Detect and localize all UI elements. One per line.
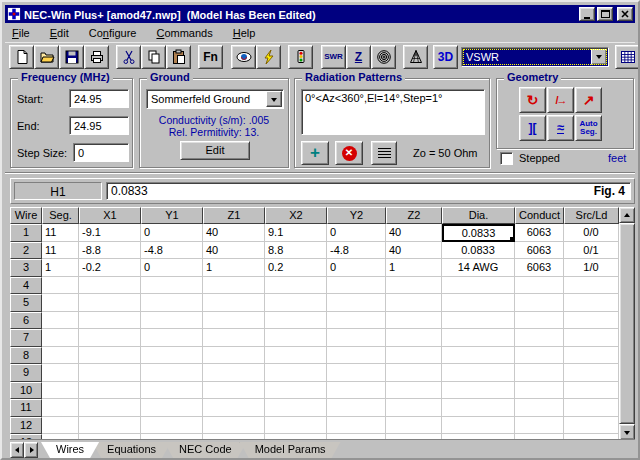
table-cell[interactable]: 8.8: [265, 242, 327, 260]
table-cell[interactable]: [42, 347, 79, 365]
table-cell[interactable]: -8.8: [79, 242, 141, 260]
table-cell[interactable]: [386, 277, 442, 295]
table-cell[interactable]: [327, 329, 386, 347]
threed-button[interactable]: 3D: [433, 45, 458, 69]
table-cell[interactable]: -0.2: [79, 259, 141, 277]
table-cell[interactable]: [515, 329, 564, 347]
table-cell[interactable]: [141, 277, 203, 295]
column-header-dia-[interactable]: Dia.: [442, 207, 515, 224]
close-button[interactable]: [617, 7, 633, 21]
table-cell[interactable]: 0/0: [564, 224, 619, 242]
table-cell[interactable]: [141, 399, 203, 417]
tab-model-params[interactable]: Model Params: [240, 442, 341, 458]
table-cell[interactable]: [79, 417, 141, 435]
table-cell[interactable]: [265, 294, 327, 312]
row-header[interactable]: 9: [10, 364, 42, 382]
table-cell[interactable]: [265, 277, 327, 295]
table-cell[interactable]: [79, 294, 141, 312]
table-cell[interactable]: [515, 277, 564, 295]
table-cell[interactable]: 1: [203, 259, 265, 277]
table-cell[interactable]: [442, 347, 515, 365]
impedance-button[interactable]: Z: [346, 45, 371, 69]
table-cell[interactable]: [141, 434, 203, 440]
table-cell[interactable]: [515, 312, 564, 330]
scroll-up-button[interactable]: [619, 207, 635, 223]
column-header-seg-[interactable]: Seg.: [42, 207, 79, 224]
table-cell[interactable]: 1/0: [564, 259, 619, 277]
table-cell[interactable]: [564, 294, 619, 312]
start-frequency-input[interactable]: [69, 89, 129, 108]
row-header[interactable]: 2: [10, 242, 42, 260]
table-cell[interactable]: 0: [141, 259, 203, 277]
table-cell[interactable]: [265, 312, 327, 330]
table-cell[interactable]: [442, 434, 515, 440]
scroll-down-button[interactable]: [619, 424, 635, 440]
tab-scroll-left-button[interactable]: [10, 442, 24, 458]
row-header[interactable]: 4: [10, 277, 42, 295]
column-header-z2[interactable]: Z2: [386, 207, 442, 224]
view-button[interactable]: [231, 45, 256, 69]
row-header[interactable]: 10: [10, 382, 42, 400]
table-cell[interactable]: [327, 417, 386, 435]
table-cell[interactable]: [327, 399, 386, 417]
table-cell[interactable]: 0.2: [265, 259, 327, 277]
table-cell[interactable]: [141, 417, 203, 435]
table-cell[interactable]: [265, 347, 327, 365]
paste-button[interactable]: [166, 45, 191, 69]
line-arrow-button[interactable]: /→: [547, 87, 574, 113]
menu-configure[interactable]: Configure: [82, 25, 144, 41]
scroll-thumb[interactable]: [619, 223, 635, 424]
table-cell[interactable]: [42, 417, 79, 435]
table-cell[interactable]: [79, 434, 141, 440]
table-cell[interactable]: [386, 382, 442, 400]
table-cell[interactable]: [442, 399, 515, 417]
table-cell[interactable]: [141, 382, 203, 400]
title-bar[interactable]: NEC-Win Plus+ [amod47.nwp] (Model Has Be…: [5, 5, 635, 23]
table-cell[interactable]: [141, 294, 203, 312]
table-cell[interactable]: [386, 347, 442, 365]
rotate-button[interactable]: ↻: [519, 87, 546, 113]
table-cell[interactable]: [515, 417, 564, 435]
row-header[interactable]: 3: [10, 259, 42, 277]
add-pattern-button[interactable]: +: [301, 141, 329, 165]
diagonal-arrow-button[interactable]: ↗: [575, 87, 602, 113]
table-cell[interactable]: [203, 417, 265, 435]
table-cell[interactable]: -9.1: [79, 224, 141, 242]
grid-button[interactable]: [615, 45, 640, 69]
table-cell[interactable]: 0/1: [564, 242, 619, 260]
table-cell[interactable]: [327, 364, 386, 382]
table-cell[interactable]: 0: [327, 259, 386, 277]
table-cell[interactable]: [141, 312, 203, 330]
table-cell[interactable]: [386, 329, 442, 347]
column-header-z1[interactable]: Z1: [203, 207, 265, 224]
delete-pattern-button[interactable]: ✕: [335, 141, 363, 165]
table-cell[interactable]: 40: [386, 224, 442, 242]
table-cell[interactable]: [564, 399, 619, 417]
swr-button[interactable]: SWR: [321, 45, 346, 69]
table-cell[interactable]: 6063: [515, 224, 564, 242]
selected-cell[interactable]: 0.0833: [442, 224, 515, 242]
table-cell[interactable]: [515, 382, 564, 400]
cut-button[interactable]: [116, 45, 141, 69]
table-cell[interactable]: [515, 364, 564, 382]
pattern-button[interactable]: [403, 45, 428, 69]
column-header-x1[interactable]: X1: [79, 207, 141, 224]
table-cell[interactable]: [386, 312, 442, 330]
run-button[interactable]: [256, 45, 281, 69]
table-cell[interactable]: [265, 329, 327, 347]
copy-button[interactable]: [141, 45, 166, 69]
pattern-align-button[interactable]: [371, 141, 397, 165]
table-cell[interactable]: -4.8: [141, 242, 203, 260]
stepped-checkbox[interactable]: [500, 152, 513, 165]
table-cell[interactable]: [42, 277, 79, 295]
table-cell[interactable]: [564, 277, 619, 295]
end-frequency-input[interactable]: [69, 116, 129, 135]
table-cell[interactable]: [327, 382, 386, 400]
row-header[interactable]: 13: [10, 434, 42, 440]
table-cell[interactable]: 0: [327, 224, 386, 242]
table-cell[interactable]: [203, 434, 265, 440]
row-header[interactable]: 8: [10, 347, 42, 365]
table-cell[interactable]: [386, 364, 442, 382]
table-cell[interactable]: [564, 417, 619, 435]
table-cell[interactable]: [79, 364, 141, 382]
